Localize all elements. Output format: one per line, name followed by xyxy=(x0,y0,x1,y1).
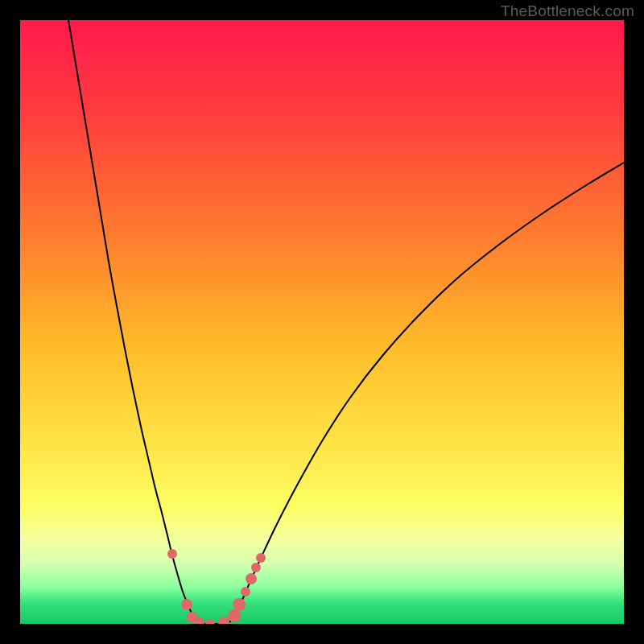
data-markers xyxy=(167,549,266,624)
data-marker xyxy=(228,609,241,622)
data-marker xyxy=(181,599,192,610)
watermark-text: TheBottleneck.com xyxy=(501,2,634,20)
data-marker xyxy=(167,549,177,559)
chart-frame: TheBottleneck.com xyxy=(0,0,644,644)
data-marker xyxy=(246,573,257,584)
data-marker xyxy=(233,598,246,611)
data-marker xyxy=(251,563,261,572)
curve-layer xyxy=(20,20,624,624)
data-marker xyxy=(205,619,215,624)
data-marker xyxy=(256,553,266,563)
data-marker xyxy=(218,617,229,624)
bottleneck-curve xyxy=(68,20,624,624)
plot-area xyxy=(20,20,624,624)
data-marker xyxy=(241,587,250,597)
